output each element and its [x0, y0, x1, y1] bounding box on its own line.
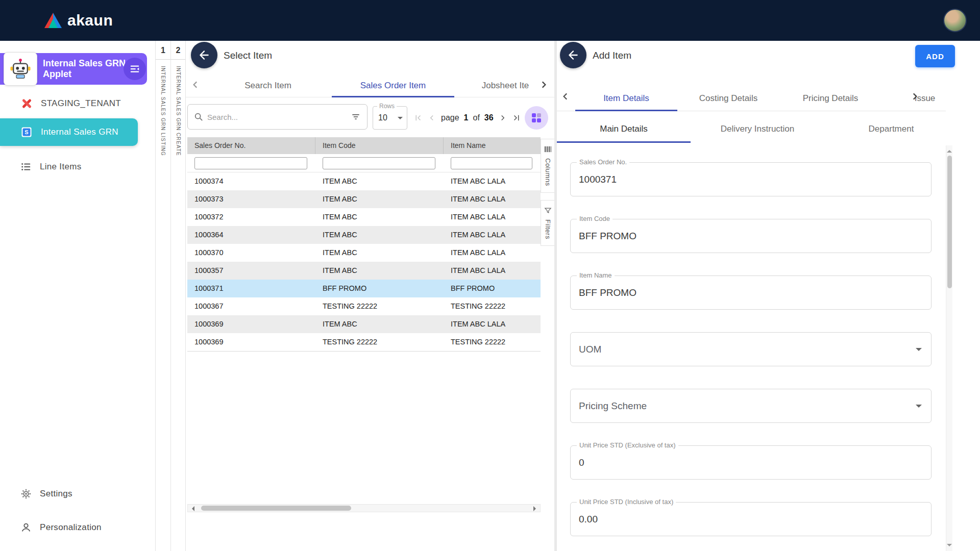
table-row[interactable]: 1000369TESTING 22222TESTING 22222 [187, 333, 541, 351]
field-unit-price-std-inclusive-of-tax[interactable]: Unit Price STD (Inclusive of tax)0.00 [570, 502, 932, 536]
rows-per-page-select[interactable]: Rows 10 [373, 106, 407, 130]
table-row[interactable]: 1000370ITEM ABCITEM ABC LALA [187, 244, 541, 262]
sidebar-item-line-items[interactable]: Line Items [0, 154, 155, 180]
tab-item-details[interactable]: Item Details [575, 87, 677, 111]
grid-icon [531, 113, 542, 123]
field-label: Item Code [577, 215, 612, 222]
tab-pricing-details[interactable]: Pricing Details [779, 87, 881, 111]
table-cell: ITEM ABC [315, 208, 444, 226]
table-row[interactable]: 1000364ITEM ABCITEM ABC LALA [187, 226, 541, 244]
table-cell: 1000370 [187, 244, 315, 262]
field-label: Item Name [577, 271, 615, 279]
field-value: 1000371 [571, 163, 931, 196]
scroll-left-icon[interactable] [189, 506, 194, 511]
field-placeholder: Pricing Scheme [571, 389, 931, 422]
tab-sales-order-item[interactable]: Sales Order Item [332, 75, 454, 97]
vertical-scrollbar[interactable] [946, 145, 952, 551]
add-item-tabs-row: Item DetailsCosting DetailsPricing Detai… [557, 87, 946, 111]
sidebar-item-internal-sales-grn[interactable]: SInternal Sales GRN [0, 118, 138, 146]
search-icon [194, 112, 203, 121]
sidebar-item-settings[interactable]: Settings [0, 481, 155, 507]
back-button[interactable] [191, 42, 217, 68]
filter-funnel-icon [544, 207, 552, 214]
panel-title: Add Item [593, 50, 631, 61]
scroll-right-icon[interactable] [533, 506, 538, 511]
applet-title-line1: Internal Sales GRN [43, 58, 126, 69]
side-tool-columns[interactable]: Columns [541, 139, 554, 193]
column-filter-input[interactable] [323, 157, 435, 169]
column-header-item-name[interactable]: Item Name [444, 137, 541, 154]
table-header: Sales Order No.Item CodeItem Name [187, 137, 541, 154]
scroll-up-icon[interactable] [947, 147, 952, 153]
current-page: 1 [464, 113, 469, 122]
strip-number: 2 [171, 41, 185, 60]
akaun-logo[interactable]: akaun [44, 12, 113, 29]
filter-list-icon[interactable] [351, 112, 361, 122]
side-tool-filters[interactable]: Filters [541, 200, 554, 246]
prev-page-icon[interactable] [427, 113, 436, 122]
user-avatar[interactable] [943, 9, 967, 32]
table-row[interactable]: 1000367TESTING 22222TESTING 22222 [187, 297, 541, 315]
table-row[interactable]: 1000373ITEM ABCITEM ABC LALA [187, 190, 541, 208]
first-page-icon[interactable] [413, 113, 423, 122]
table-filter-row [187, 154, 541, 172]
horizontal-scrollbar-thumb[interactable] [201, 506, 351, 511]
scroll-down-icon[interactable] [947, 544, 952, 549]
person-icon [20, 522, 32, 533]
workflow-strip-2[interactable]: 2INTERNAL SALES GRN CREATE [170, 41, 186, 551]
field-item-code[interactable]: Item CodeBFF PROMO [570, 219, 932, 253]
add-button[interactable]: ADD [915, 45, 955, 67]
table-row[interactable]: 1000374ITEM ABCITEM ABC LALA [187, 172, 541, 190]
tab-jobsheet-ite[interactable]: Jobsheet Ite [454, 75, 540, 97]
back-arrow-icon [567, 48, 580, 62]
tabs-scroll-right-icon[interactable] [910, 92, 919, 103]
tab-search-item[interactable]: Search Item [204, 75, 332, 97]
tabs-scroll-right-icon[interactable] [539, 80, 548, 91]
app-root: akaun Internal Sales GRN Applet STAGING_… [0, 0, 980, 551]
table-cell: 1000367 [187, 297, 315, 315]
strip-label: INTERNAL SALES GRN CREATE [176, 66, 181, 156]
column-filter-input[interactable] [451, 157, 532, 169]
column-header-sales-order-no[interactable]: Sales Order No. [187, 137, 315, 154]
subtab-main-details[interactable]: Main Details [557, 116, 691, 143]
subtab-department[interactable]: Department [824, 116, 958, 143]
sidebar-item-staging-tenant[interactable]: STAGING_TENANT [0, 91, 155, 116]
workflow-strip-1[interactable]: 1INTERNAL SALES GRN LISTING [155, 41, 170, 551]
search-input[interactable] [207, 113, 347, 121]
horizontal-scrollbar[interactable] [187, 504, 541, 512]
field-label: Unit Price STD (Inclusive of tax) [577, 498, 676, 506]
back-button[interactable] [560, 42, 586, 68]
layout-grid-button[interactable] [525, 106, 548, 130]
column-header-item-code[interactable]: Item Code [315, 137, 444, 154]
add-item-panel: Add Item ADD Item DetailsCosting Details… [557, 41, 980, 551]
sidebar-item-label: Settings [40, 489, 72, 499]
table-cell: ITEM ABC [315, 315, 444, 333]
next-page-icon[interactable] [498, 113, 507, 122]
field-sales-order-no[interactable]: Sales Order No.1000371 [570, 162, 932, 196]
table-row[interactable]: 1000372ITEM ABCITEM ABC LALA [187, 208, 541, 226]
subtab-delivery-instruction[interactable]: Delivery Instruction [691, 116, 824, 143]
back-arrow-icon [198, 48, 211, 62]
last-page-icon[interactable] [512, 113, 521, 122]
tab-costing-details[interactable]: Costing Details [677, 87, 779, 111]
items-table: Sales Order No.Item CodeItem Name 100037… [187, 137, 541, 352]
total-pages: 36 [484, 113, 494, 122]
field-pricing-scheme[interactable]: Pricing Scheme [570, 389, 932, 423]
table-row[interactable]: 1000369ITEM ABCITEM ABC LALA [187, 315, 541, 333]
field-uom[interactable]: UOM [570, 332, 932, 366]
vertical-scrollbar-thumb[interactable] [947, 156, 952, 288]
sidebar-item-label: Internal Sales GRN [41, 127, 118, 137]
tabs-scroll-left-icon[interactable] [191, 80, 200, 91]
table-cell: ITEM ABC LALA [444, 315, 541, 333]
tabs-scroll-left-icon[interactable] [561, 92, 570, 103]
column-filter-input[interactable] [194, 157, 307, 169]
table-row[interactable]: 1000371BFF PROMOBFF PROMO [187, 280, 541, 297]
select-item-tabs: Search ItemSales Order ItemJobsheet Ite [204, 75, 540, 97]
collapse-menu-button[interactable] [124, 58, 146, 80]
table-cell: ITEM ABC LALA [444, 262, 541, 280]
table-row[interactable]: 1000357ITEM ABCITEM ABC LALA [187, 262, 541, 280]
field-unit-price-std-exclusive-of-tax[interactable]: Unit Price STD (Exclusive of tax)0 [570, 445, 932, 480]
sidebar-item-personalization[interactable]: Personalization [0, 514, 155, 541]
table-cell: TESTING 22222 [444, 333, 541, 351]
field-item-name[interactable]: Item NameBFF PROMO [570, 276, 932, 310]
